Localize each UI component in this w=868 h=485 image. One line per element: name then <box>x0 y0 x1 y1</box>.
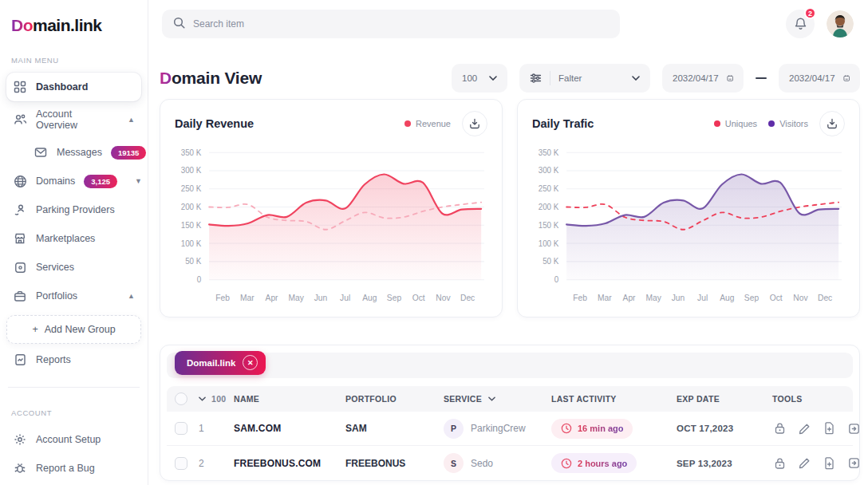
edit-icon[interactable] <box>797 456 811 471</box>
globe-icon <box>13 174 27 188</box>
domain-filter-chip[interactable]: Domail.link ✕ <box>175 351 266 375</box>
domain-name[interactable]: SAM.COM <box>234 423 345 434</box>
sidebar-item-report-a-bug[interactable]: Report a Bug <box>6 454 141 483</box>
lock-icon[interactable] <box>772 421 787 436</box>
chart-title: Daily Revenue <box>175 117 254 130</box>
exp-date: OCT 17,2023 <box>677 424 772 433</box>
dashboard-icon <box>13 80 27 94</box>
chart-legend: Revenue <box>404 119 451 128</box>
activity-pill: 2 hours ago <box>551 453 637 473</box>
svg-text:250 K: 250 K <box>539 184 559 193</box>
sidebar-item-messages[interactable]: Messages 19135 <box>27 138 141 167</box>
svg-text:300 K: 300 K <box>539 166 559 175</box>
service-avatar: P <box>444 419 464 439</box>
sidebar-item-label: Domains <box>36 175 75 187</box>
sidebar-item-parking-providers[interactable]: Parking Providers <box>6 195 141 224</box>
chevron-down-icon <box>489 76 497 81</box>
filter-controls: 100 Falter 2032/04/17 <box>452 64 860 93</box>
chevron-up-icon: ▲ <box>128 292 135 300</box>
svg-text:Aug: Aug <box>720 294 734 302</box>
export-icon[interactable] <box>846 456 861 471</box>
lock-icon[interactable] <box>772 456 787 471</box>
download-chart-button[interactable] <box>462 111 487 136</box>
domains-count-badge: 3,125 <box>84 175 117 188</box>
column-header-service[interactable]: SERVICE <box>444 394 551 404</box>
domain-name[interactable]: FREEBONUS.COM <box>234 458 345 469</box>
sidebar-item-domains[interactable]: Domains 3,125 ▼ <box>6 167 141 195</box>
table-row[interactable]: 2 FREEBONUS.COM FREEBONUS S Sedo 2 hours… <box>167 446 853 480</box>
date-to-picker[interactable]: 2032/04/17 <box>779 64 860 93</box>
select-all-checkbox[interactable] <box>175 392 187 405</box>
file-plus-icon[interactable] <box>822 456 836 471</box>
chevron-down-icon <box>632 76 640 81</box>
svg-text:250 K: 250 K <box>181 184 202 193</box>
column-header-exp-date[interactable]: EXP DATE <box>677 394 772 404</box>
svg-text:Dec: Dec <box>460 294 475 302</box>
column-header-last-activity[interactable]: LAST ACTIVITY <box>551 394 677 404</box>
notifications-button[interactable]: 2 <box>786 10 815 38</box>
export-icon[interactable] <box>846 421 861 436</box>
sidebar-item-label: Reports <box>36 354 71 365</box>
calendar-icon <box>843 73 850 84</box>
clock-icon <box>561 423 572 434</box>
chevron-up-icon: ▲ <box>128 116 135 124</box>
page-size-value: 100 <box>462 73 477 83</box>
trafic-chart-canvas: 350 K300 K250 K200 K150 K100 K50 K0FebMa… <box>532 140 845 309</box>
sidebar-item-dashboard[interactable]: Dashboard <box>6 73 141 101</box>
briefcase-icon <box>13 289 27 303</box>
bell-icon <box>794 17 807 31</box>
legend-dot <box>404 120 411 127</box>
row-number: 1 <box>199 423 234 434</box>
download-chart-button[interactable] <box>819 111 845 136</box>
legend-label: Visitors <box>779 119 808 128</box>
row-checkbox[interactable] <box>175 457 187 470</box>
sidebar-item-account-setup[interactable]: Account Setup <box>6 425 141 454</box>
sidebar-item-portfolios[interactable]: Portfolios ▲ <box>6 282 141 310</box>
svg-text:300 K: 300 K <box>181 166 202 175</box>
file-plus-icon[interactable] <box>822 421 836 436</box>
filter-chip-bar: Domail.link ✕ <box>167 353 853 378</box>
svg-text:May: May <box>289 294 305 302</box>
sliders-icon <box>530 73 542 84</box>
search-input[interactable] <box>193 18 609 30</box>
svg-text:200 K: 200 K <box>539 203 559 211</box>
calendar-icon <box>727 73 733 84</box>
download-icon <box>827 118 838 129</box>
sidebar-item-services[interactable]: Services <box>6 253 141 282</box>
tools-cell <box>772 456 861 471</box>
sidebar-item-marketplaces[interactable]: Marketplaces <box>6 224 141 253</box>
search-bar[interactable] <box>162 10 620 38</box>
header-page-size[interactable]: 100 <box>199 394 234 404</box>
activity-pill: 16 min ago <box>551 419 633 439</box>
sidebar-item-label: Parking Providers <box>36 204 115 215</box>
chip-label: Domail.link <box>187 358 235 368</box>
account-section-label: ACCOUNT <box>11 408 141 417</box>
main-area: 2 Domain View 100 Falt <box>148 0 868 485</box>
close-icon[interactable]: ✕ <box>243 355 258 370</box>
page-size-select[interactable]: 100 <box>452 64 507 93</box>
user-avatar[interactable] <box>827 10 854 37</box>
column-header-name[interactable]: NAME <box>234 394 345 404</box>
edit-icon[interactable] <box>797 421 811 436</box>
sidebar-item-label: Report a Bug <box>36 463 95 474</box>
svg-text:Apr: Apr <box>266 294 279 302</box>
row-number: 2 <box>199 458 234 469</box>
column-header-portfolio[interactable]: PORTFOLIO <box>345 394 444 404</box>
svg-text:Feb: Feb <box>573 294 587 302</box>
row-checkbox[interactable] <box>175 422 187 435</box>
last-activity-cell: 16 min ago <box>551 419 677 439</box>
sidebar-item-reports[interactable]: Reports <box>6 345 141 374</box>
table-row[interactable]: 1 SAM.COM SAM P ParkingCrew 16 min ago O… <box>167 412 853 446</box>
legend-label: Uniques <box>725 119 757 128</box>
add-new-group-button[interactable]: + Add New Group <box>6 315 141 344</box>
sidebar: Domain.link MAIN MENU Dashboard Account … <box>0 0 148 485</box>
sidebar-item-account-overview[interactable]: Account Overview ▲ <box>6 101 141 138</box>
filter-label: Falter <box>558 73 582 83</box>
date-from-picker[interactable]: 2032/04/17 <box>662 64 744 93</box>
svg-text:150 K: 150 K <box>539 221 559 230</box>
filter-dropdown[interactable]: Falter <box>519 64 650 93</box>
users-icon <box>13 112 27 127</box>
tools-cell <box>772 421 861 436</box>
svg-text:100 K: 100 K <box>181 239 202 247</box>
sidebar-item-label: Messages <box>57 147 102 158</box>
